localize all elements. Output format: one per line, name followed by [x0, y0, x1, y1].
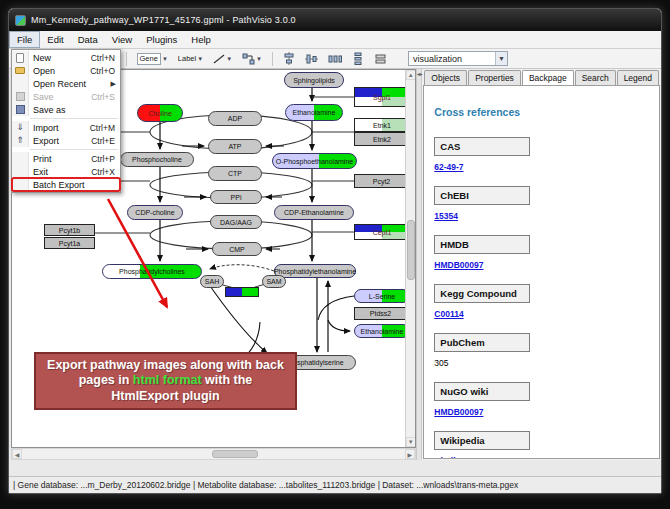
scroll-down-icon[interactable]: ▼	[406, 437, 416, 447]
menu-edit[interactable]: Edit	[40, 31, 70, 48]
xref-link[interactable]: C00114	[434, 309, 649, 319]
gene-node-tool-button[interactable]: Gene ▼	[134, 51, 171, 67]
pathway-node-cdp-choline[interactable]: CDP-choline	[127, 205, 183, 220]
scroll-left-icon[interactable]: ◀	[12, 449, 22, 459]
chevron-down-icon[interactable]: ▼	[162, 56, 168, 62]
pathway-node-etnk2[interactable]: Etnk2	[354, 132, 410, 146]
pathway-node-sgpl1[interactable]: Sgpl1	[354, 87, 410, 107]
pathway-node-cept1[interactable]: Cept1	[354, 224, 410, 240]
align-center-vertical-icon	[305, 53, 318, 65]
xref-section-title: Wikipedia	[434, 431, 530, 450]
pathway-node-phosphocholine[interactable]: Phosphocholine	[120, 152, 194, 167]
label-tool-button[interactable]: Label ▼	[175, 51, 206, 67]
distribute-horizontal-button[interactable]	[325, 51, 345, 67]
callout-highlight-text: html format	[133, 373, 202, 387]
pathvisio-window: Mm_Kennedy_pathway_WP1771_45176.gpml - P…	[8, 8, 662, 494]
file-menu-item-batch-export[interactable]: Batch Export	[12, 178, 120, 191]
tab-objects[interactable]: Objects	[424, 70, 467, 85]
canvas-vertical-scrollbar[interactable]: ▲ ▼	[405, 70, 415, 447]
line-tool-button[interactable]: ▼	[210, 51, 235, 67]
align-center-horizontal-button[interactable]	[280, 51, 298, 67]
xref-section-pubchem: PubChem305	[434, 332, 649, 368]
save-icon-disabled	[12, 90, 29, 103]
vertical-scroll-thumb[interactable]	[407, 220, 415, 280]
chevron-down-icon[interactable]: ▼	[256, 56, 262, 62]
pathway-node-ptdss2[interactable]: Ptdss2	[354, 307, 407, 320]
connector-tool-icon	[242, 53, 255, 65]
distribute-vertical-icon	[352, 52, 364, 65]
xref-link[interactable]: Choline	[434, 456, 649, 459]
file-menu-item-open-recent[interactable]: Open Recent▶	[12, 77, 120, 90]
file-menu-item-open[interactable]: OpenCtrl+O	[12, 64, 120, 77]
tab-search[interactable]: Search	[575, 70, 616, 85]
file-menu-item-new[interactable]: NewCtrl+N	[12, 51, 120, 64]
scroll-up-icon[interactable]: ▲	[406, 70, 416, 80]
align-center-vertical-button[interactable]	[302, 51, 321, 67]
pathway-node-cdp-ethanolamine[interactable]: CDP-Ethanolamine	[274, 205, 354, 220]
menu-file[interactable]: File	[9, 31, 40, 48]
menu-plugins[interactable]: Plugins	[139, 31, 184, 48]
tab-backpage[interactable]: Backpage	[522, 70, 574, 85]
pathway-node-ethanolamine-top[interactable]: Ethanolamine	[285, 104, 343, 121]
file-menu-item-import[interactable]: ⇓ImportCtrl+M	[12, 121, 120, 134]
stack-button[interactable]	[371, 51, 390, 67]
pathway-node-phosphatidylcholines[interactable]: Phosphatidylcholines	[102, 264, 202, 279]
pathway-node-sphingolipids[interactable]: Sphingolipids	[284, 72, 344, 88]
toolbar-separator	[272, 52, 273, 66]
file-menu-item-print[interactable]: PrintCtrl+P	[12, 152, 120, 165]
align-center-horizontal-icon	[283, 52, 295, 65]
pathway-node-pcyt1a[interactable]: Pcyt1a	[44, 237, 95, 249]
new-file-icon	[12, 51, 29, 64]
pathway-node-l-serine[interactable]: L-Serine	[354, 289, 410, 303]
chevron-down-icon[interactable]: ▼	[197, 56, 203, 62]
pathway-node-adp[interactable]: ADP	[208, 111, 262, 126]
xref-link[interactable]: 15354	[434, 211, 649, 221]
label-tool-icon: Label	[178, 54, 196, 63]
chevron-down-icon[interactable]: ▼	[226, 56, 232, 62]
pathway-node-ppi[interactable]: PPi	[210, 190, 262, 204]
pathway-node-phosphatidylethanolamine[interactable]: Phosphatidylethanolamine	[274, 264, 356, 278]
menu-view[interactable]: View	[105, 31, 139, 48]
tab-legend[interactable]: Legend	[617, 70, 659, 85]
horizontal-scroll-thumb[interactable]	[212, 450, 258, 458]
file-menu-item-exit[interactable]: ExitCtrl+X	[12, 165, 120, 178]
no-icon	[12, 77, 29, 90]
file-menu-item-save: SaveCtrl+S	[12, 90, 120, 103]
menu-help[interactable]: Help	[184, 31, 218, 48]
tab-properties[interactable]: Properties	[468, 70, 521, 85]
xref-link[interactable]: 62-49-7	[434, 162, 649, 172]
menu-data[interactable]: Data	[71, 31, 105, 48]
distribute-vertical-button[interactable]	[349, 51, 367, 67]
file-menu-item-save-as[interactable]: Save as	[12, 103, 120, 116]
chevron-down-icon[interactable]: ▼	[495, 52, 507, 65]
canvas-horizontal-scrollbar[interactable]: ◀ ▶	[11, 448, 416, 460]
pathway-node-sah[interactable]: SAH	[200, 275, 224, 288]
pathway-node-cmp[interactable]: CMP	[212, 242, 262, 256]
xref-section-title: NuGO wiki	[434, 382, 530, 401]
line-tool-icon	[213, 53, 225, 65]
visualization-combobox[interactable]: visualization ▼	[408, 51, 508, 66]
pathway-node-sam[interactable]: SAM	[262, 275, 286, 288]
xref-section-kegg-compound: Kegg CompoundC00114	[434, 283, 649, 319]
pathway-node-etnk1[interactable]: Etnk1	[354, 118, 410, 132]
pathway-node-atp[interactable]: ATP	[208, 139, 262, 154]
menu-bar: FileEditDataViewPluginsHelp	[9, 31, 661, 49]
pathway-node-pemt-partial[interactable]	[225, 287, 259, 297]
pathway-node-dag-aag[interactable]: DAG/AAG	[210, 215, 262, 229]
pathway-node-ethanolamine-bottom[interactable]: Ethanolamine	[354, 324, 410, 338]
xref-section-hmdb: HMDBHMDB00097	[434, 234, 649, 270]
pathway-node-pcyt1b[interactable]: Pcyt1b	[44, 224, 95, 236]
connector-tool-button[interactable]: ▼	[239, 51, 265, 67]
pathway-node-ctp[interactable]: CTP	[208, 166, 262, 181]
menu-separator	[30, 118, 118, 119]
panel-splitter[interactable]: ◂▸	[416, 69, 423, 460]
distribute-horizontal-icon	[328, 53, 342, 65]
pathway-node-o-phosphoethanolamine[interactable]: O-Phosphoethanolamine	[272, 153, 357, 169]
scroll-right-icon[interactable]: ▶	[405, 449, 415, 459]
no-icon	[12, 152, 29, 165]
pathway-node-pcyt2[interactable]: Pcyt2	[354, 174, 409, 188]
xref-link[interactable]: HMDB00097	[434, 260, 649, 270]
file-menu-item-export[interactable]: ⇑ExportCtrl+E	[12, 134, 120, 147]
xref-link[interactable]: HMDB00097	[434, 407, 649, 417]
pathway-node-choline-top[interactable]: Choline	[137, 104, 183, 122]
